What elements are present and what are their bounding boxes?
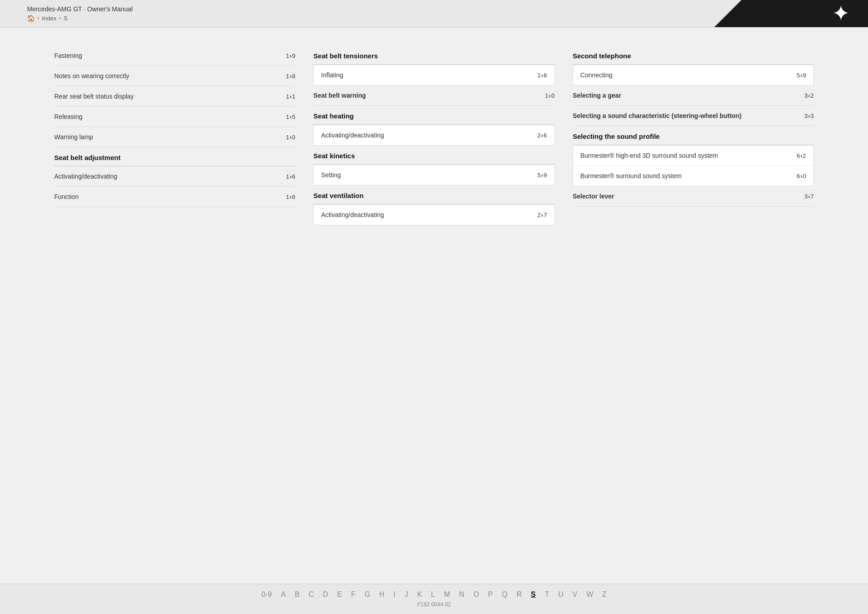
entry-page: 6›2 bbox=[797, 152, 806, 159]
alpha-l[interactable]: L bbox=[431, 590, 435, 599]
list-item: Selecting a gear 3›2 bbox=[573, 85, 814, 106]
alpha-d[interactable]: D bbox=[323, 590, 328, 599]
list-item: Notes on wearing correctly 1›8 bbox=[54, 66, 295, 86]
alpha-k[interactable]: K bbox=[417, 590, 422, 599]
alpha-c[interactable]: C bbox=[309, 590, 314, 599]
entry-page: 1›5 bbox=[286, 113, 296, 120]
page-title: Mercedes-AMG GT · Owner's Manual bbox=[27, 5, 132, 13]
section-heading-seat-belt-tensioners: Seat belt tensioners bbox=[313, 46, 554, 65]
entry-label: Activating/deactivating bbox=[321, 211, 534, 218]
column-3: Second telephone Connecting 5›9 Selectin… bbox=[573, 46, 814, 225]
logo-area: ✦ bbox=[714, 0, 868, 27]
footer-code: F192 0044 02 bbox=[417, 601, 451, 608]
entry-label: Inflating bbox=[321, 71, 534, 79]
seat-ventilation-group: Seat ventilation Activating/deactivating… bbox=[313, 185, 554, 225]
alpha-u[interactable]: U bbox=[558, 590, 564, 599]
entry-label: Activating/deactivating bbox=[54, 173, 283, 180]
alpha-s[interactable]: S bbox=[531, 590, 536, 599]
alpha-i[interactable]: I bbox=[393, 590, 395, 599]
list-item: Activating/deactivating 2›6 bbox=[314, 125, 554, 145]
section-heading-second-telephone: Second telephone bbox=[573, 46, 814, 65]
second-telephone-group: Second telephone Connecting 5›9 bbox=[573, 46, 814, 85]
list-item: Rear seat belt status display 1›1 bbox=[54, 86, 295, 107]
entry-page: 1›0 bbox=[286, 134, 296, 141]
alpha-w[interactable]: W bbox=[586, 590, 593, 599]
entry-page: 1›0 bbox=[545, 92, 555, 99]
alpha-t[interactable]: T bbox=[545, 590, 549, 599]
alpha-m[interactable]: M bbox=[444, 590, 450, 599]
section-heading-sound-characteristic: Selecting a sound characteristic (steeri… bbox=[573, 112, 801, 119]
entry-page: 5›9 bbox=[538, 172, 547, 179]
section-heading-selector-lever: Selector lever bbox=[573, 193, 801, 200]
alpha-r[interactable]: R bbox=[517, 590, 522, 599]
alpha-g[interactable]: G bbox=[364, 590, 370, 599]
selecting-sound-characteristic-group: Selecting a sound characteristic (steeri… bbox=[573, 106, 814, 126]
section-heading-seat-heating: Seat heating bbox=[313, 106, 554, 125]
alpha-o[interactable]: O bbox=[473, 590, 479, 599]
header-left: Mercedes-AMG GT · Owner's Manual 🏠 › Ind… bbox=[27, 5, 132, 22]
alpha-z[interactable]: Z bbox=[602, 590, 607, 599]
list-item: Burmester® high-end 3D surround sound sy… bbox=[573, 146, 813, 166]
list-item: Setting 5›9 bbox=[314, 165, 554, 185]
section-heading-seat-belt-adjustment: Seat belt adjustment bbox=[54, 147, 295, 166]
selecting-sound-profile-group: Selecting the sound profile Burmester® h… bbox=[573, 126, 814, 186]
alphabet-bar[interactable]: 0-9 A B C D E F G H I J K L M N O P Q R … bbox=[27, 590, 841, 599]
entry-label: Fastening bbox=[54, 52, 283, 59]
entry-page: 1›8 bbox=[538, 72, 547, 79]
column-1: Fastening 1›9 Notes on wearing correctly… bbox=[54, 46, 295, 225]
list-item: Activating/deactivating 2›7 bbox=[314, 205, 554, 225]
alpha-n[interactable]: N bbox=[459, 590, 465, 599]
sub-section: Activating/deactivating 2›6 bbox=[313, 125, 554, 146]
entry-label: Releasing bbox=[54, 113, 283, 120]
seat-heating-group: Seat heating Activating/deactivating 2›6 bbox=[313, 106, 554, 146]
entry-page: 2›7 bbox=[538, 212, 547, 218]
seat-belt-warning-group: Seat belt warning 1›0 bbox=[313, 85, 554, 106]
entry-page: 1›9 bbox=[286, 52, 296, 59]
list-item: Activating/deactivating 1›6 bbox=[54, 166, 295, 187]
entry-page: 5›9 bbox=[797, 72, 806, 79]
alpha-q[interactable]: Q bbox=[502, 590, 507, 599]
list-item: Warning lamp 1›0 bbox=[54, 127, 295, 147]
alpha-j[interactable]: J bbox=[405, 590, 408, 599]
section-heading-seat-ventilation: Seat ventilation bbox=[313, 185, 554, 204]
section-heading-seat-belt-warning: Seat belt warning bbox=[313, 92, 542, 99]
list-item: Releasing 1›5 bbox=[54, 107, 295, 127]
alpha-p[interactable]: P bbox=[488, 590, 493, 599]
alpha-h[interactable]: H bbox=[379, 590, 385, 599]
section-heading-seat-kinetics: Seat kinetics bbox=[313, 146, 554, 165]
main-content: Fastening 1›9 Notes on wearing correctly… bbox=[0, 28, 868, 243]
entry-label: Warning lamp bbox=[54, 133, 283, 141]
entry-label: Rear seat belt status display bbox=[54, 93, 283, 100]
alpha-e[interactable]: E bbox=[337, 590, 342, 599]
entry-label: Connecting bbox=[580, 71, 793, 79]
seat-belt-adjustment-group: Seat belt adjustment Activating/deactiva… bbox=[54, 147, 295, 207]
seat-belt-tensioners-group: Seat belt tensioners Inflating 1›8 bbox=[313, 46, 554, 85]
entry-label: Activating/deactivating bbox=[321, 132, 534, 139]
list-item: Seat belt warning 1›0 bbox=[313, 85, 554, 106]
entry-page: 3›2 bbox=[804, 92, 814, 99]
breadcrumb-current: S bbox=[64, 15, 68, 22]
list-item: Connecting 5›9 bbox=[573, 65, 813, 85]
entry-label: Setting bbox=[321, 171, 534, 179]
alpha-09[interactable]: 0-9 bbox=[261, 590, 272, 599]
mercedes-logo: ✦ bbox=[832, 3, 850, 24]
breadcrumb-index[interactable]: Index bbox=[42, 15, 57, 22]
column-2: Seat belt tensioners Inflating 1›8 Seat … bbox=[313, 46, 554, 225]
selecting-gear-group: Selecting a gear 3›2 bbox=[573, 85, 814, 106]
entry-page: 1›6 bbox=[286, 173, 296, 180]
page-footer: 0-9 A B C D E F G H I J K L M N O P Q R … bbox=[0, 584, 868, 614]
alpha-v[interactable]: V bbox=[572, 590, 577, 599]
section-heading-sound-profile: Selecting the sound profile bbox=[573, 126, 814, 145]
home-icon[interactable]: 🏠 bbox=[27, 14, 35, 22]
entry-page: 1›6 bbox=[286, 194, 296, 200]
entry-label: Notes on wearing correctly bbox=[54, 72, 283, 80]
entry-page: 1›8 bbox=[286, 73, 296, 80]
alpha-a[interactable]: A bbox=[281, 590, 286, 599]
entry-label: Burmester® surround sound system bbox=[580, 172, 793, 179]
alpha-b[interactable]: B bbox=[295, 590, 300, 599]
entry-page: 3›7 bbox=[804, 193, 814, 200]
alpha-f[interactable]: F bbox=[351, 590, 355, 599]
breadcrumb: 🏠 › Index › S bbox=[27, 14, 132, 22]
seat-kinetics-group: Seat kinetics Setting 5›9 bbox=[313, 146, 554, 185]
sub-section: Activating/deactivating 2›7 bbox=[313, 204, 554, 225]
